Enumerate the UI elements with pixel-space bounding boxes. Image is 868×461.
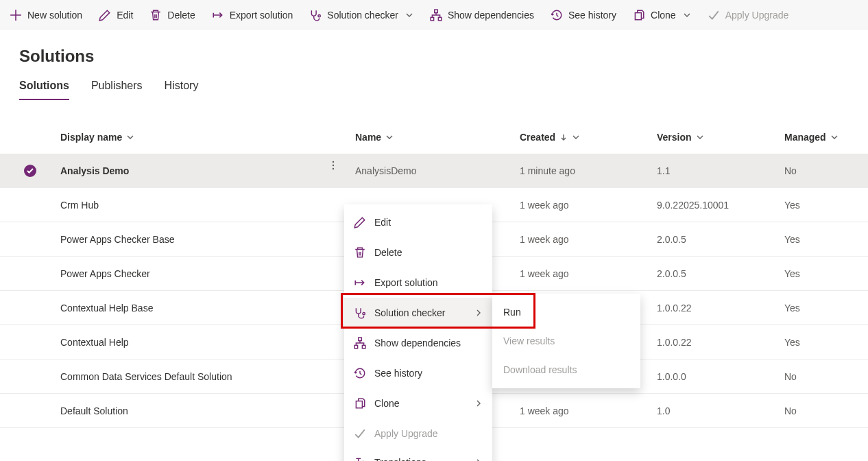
checker-label: Solution checker <box>327 10 398 21</box>
row-managed: Yes <box>784 303 868 314</box>
menu-clone[interactable]: Clone <box>344 388 492 418</box>
chevron-down-icon <box>126 133 134 141</box>
row-version: 1.0.0.22 <box>657 303 784 314</box>
row-created: 1 minute ago <box>520 165 657 176</box>
clone-label: Clone <box>651 10 676 21</box>
row-version: 1.1 <box>657 165 784 176</box>
row-created: 1 week ago <box>520 200 657 211</box>
export-label: Export solution <box>230 10 293 21</box>
row-version: 1.0 <box>657 405 784 416</box>
row-version: 2.0.0.5 <box>657 234 784 245</box>
row-version: 1.0.0.22 <box>657 337 784 348</box>
svg-point-8 <box>363 312 365 314</box>
trash-icon <box>354 246 366 259</box>
row-display-name: Crm Hub <box>60 200 355 211</box>
tab-history[interactable]: History <box>165 75 199 100</box>
col-version[interactable]: Version <box>657 132 784 143</box>
col-display-name-label: Display name <box>60 132 122 143</box>
menu-delete[interactable]: Delete <box>344 237 492 268</box>
row-display-name: Contextual Help Base <box>60 303 355 314</box>
pencil-icon <box>99 9 111 21</box>
row-managed: No <box>784 165 868 176</box>
row-managed: No <box>784 371 868 382</box>
delete-label: Delete <box>167 10 195 21</box>
export-icon <box>212 9 224 21</box>
col-display-name[interactable]: Display name <box>60 132 355 143</box>
submenu-download-results: Download results <box>492 355 640 384</box>
show-deps-button[interactable]: Show dependencies <box>422 0 542 30</box>
tab-solutions[interactable]: Solutions <box>19 75 69 100</box>
svg-rect-3 <box>438 17 442 21</box>
row-managed: Yes <box>784 200 868 211</box>
check-icon <box>354 427 366 440</box>
check-icon <box>708 9 720 21</box>
menu-show-deps[interactable]: Show dependencies <box>344 328 492 358</box>
row-display-name: Contextual Help <box>60 337 355 348</box>
svg-rect-11 <box>362 345 365 348</box>
stethoscope-icon <box>309 9 322 21</box>
new-solution-button[interactable]: New solution <box>1 0 91 30</box>
row-name-text: AnalysisDemo <box>355 165 416 176</box>
col-managed[interactable]: Managed <box>784 132 868 143</box>
stethoscope-icon <box>354 307 366 319</box>
svg-rect-9 <box>359 338 362 341</box>
row-display-name: Analysis Demo <box>60 165 355 176</box>
table-header-row: Display name Name Created Version Manage… <box>0 125 868 150</box>
see-history-button[interactable]: See history <box>542 0 625 30</box>
solution-checker-button[interactable]: Solution checker <box>301 0 422 30</box>
col-name[interactable]: Name <box>355 132 520 143</box>
svg-point-5 <box>333 161 334 162</box>
row-display-name: Power Apps Checker Base <box>60 234 355 245</box>
chevron-down-icon <box>683 11 691 19</box>
tab-publishers[interactable]: Publishers <box>91 75 143 100</box>
delete-button[interactable]: Delete <box>141 0 203 30</box>
chevron-down-icon <box>405 11 413 19</box>
svg-point-0 <box>318 14 320 16</box>
clone-button[interactable]: Clone <box>625 0 699 30</box>
menu-upgrade: Apply Upgrade <box>344 418 492 449</box>
col-created[interactable]: Created <box>520 132 657 143</box>
sort-desc-icon <box>559 133 568 141</box>
table-row[interactable]: Analysis DemoAnalysisDemo1 minute ago1.1… <box>0 154 868 188</box>
selected-check-icon <box>24 165 36 177</box>
history-label: See history <box>568 10 616 21</box>
col-version-label: Version <box>657 132 692 143</box>
row-managed: Yes <box>784 337 868 348</box>
menu-edit[interactable]: Edit <box>344 207 492 237</box>
menu-export-label: Export solution <box>374 277 438 288</box>
col-name-label: Name <box>355 132 381 143</box>
row-context-menu: Edit Delete Export solution Solution che… <box>344 204 492 461</box>
copy-icon <box>354 397 366 410</box>
copy-icon <box>633 9 645 21</box>
row-created: 1 week ago <box>520 234 657 245</box>
svg-rect-10 <box>354 345 358 348</box>
row-display-name: Common Data Services Default Solution <box>60 371 355 382</box>
svg-rect-1 <box>435 10 438 13</box>
menu-clone-label: Clone <box>374 398 400 409</box>
row-version: 9.0.22025.10001 <box>657 200 784 211</box>
menu-translations[interactable]: Translations <box>344 449 492 461</box>
menu-solution-checker[interactable]: Solution checker <box>344 298 492 328</box>
chevron-right-icon <box>474 309 483 317</box>
page-title: Solutions <box>0 30 868 75</box>
submenu-run[interactable]: Run <box>492 298 640 327</box>
row-created: 1 week ago <box>520 268 657 279</box>
history-icon <box>354 367 366 379</box>
row-managed: No <box>784 405 868 416</box>
submenu-view-results: View results <box>492 327 640 355</box>
row-display-name: Power Apps Checker <box>60 268 355 279</box>
translate-icon <box>354 456 366 461</box>
row-display-name: Default Solution <box>60 405 355 416</box>
row-managed: Yes <box>784 234 868 245</box>
edit-button[interactable]: Edit <box>91 0 141 30</box>
upgrade-label: Apply Upgrade <box>725 10 789 21</box>
menu-translations-label: Translations <box>374 457 426 461</box>
menu-history[interactable]: See history <box>344 358 492 388</box>
row-overflow-button[interactable] <box>324 156 343 175</box>
row-select[interactable] <box>0 165 60 177</box>
checker-submenu: Run View results Download results <box>492 294 640 388</box>
svg-rect-4 <box>635 13 641 20</box>
menu-export[interactable]: Export solution <box>344 268 492 298</box>
export-button[interactable]: Export solution <box>204 0 302 30</box>
menu-delete-label: Delete <box>374 247 402 258</box>
